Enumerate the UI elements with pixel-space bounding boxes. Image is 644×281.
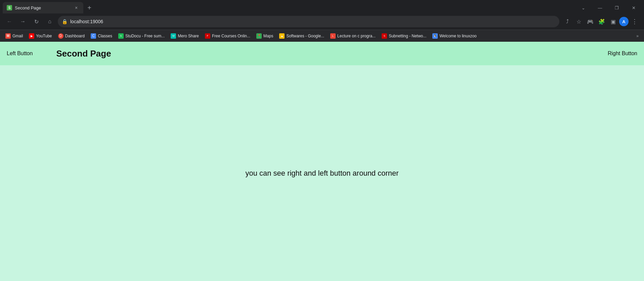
softwares-icon: ▲ [279,33,285,39]
bookmark-subnetting[interactable]: S Subnetting - Netwo... [379,32,429,40]
tab-search-button[interactable]: ⌄ [575,2,591,13]
bookmark-classes-label: Classes [98,34,112,38]
page-title: Second Page [56,48,111,59]
bookmark-meroshare-label: Mero Share [178,34,199,38]
extensions-button[interactable]: 🧩 [596,16,607,27]
studocu-icon: S [118,33,124,39]
address-actions: ⤴ ☆ 🎮 🧩 ▣ A ⋮ [562,16,640,27]
active-tab[interactable]: S Second Page × [3,2,83,13]
bookmark-lecture-label: Lecture on c progra... [337,34,376,38]
bookmark-linuxzoo-label: Welcome to linuxzoo [439,34,477,38]
bookmark-maps[interactable]: 📍 Maps [254,32,276,40]
maps-icon: 📍 [256,33,262,39]
dashboard-icon: D [58,33,63,39]
tab-favicon: S [7,5,12,10]
bookmark-dashboard[interactable]: D Dashboard [55,32,88,40]
left-button[interactable]: Left Button [7,50,33,57]
window-controls: ⌄ — ❐ ✕ [575,2,641,13]
gmail-icon: M [5,33,11,39]
bookmark-classes[interactable]: C Classes [88,32,115,40]
share-button[interactable]: ⤴ [562,16,573,27]
bookmark-freecourses-label: Free Courses Onlin... [212,34,250,38]
classes-icon: C [91,33,96,39]
sidebar-button[interactable]: ▣ [608,16,618,27]
freecourses-icon: F [205,33,210,39]
bookmark-meroshare[interactable]: M Mero Share [168,32,202,40]
main-area: you can see right and left button around… [0,65,644,281]
bookmark-freecourses[interactable]: F Free Courses Onlin... [202,32,253,40]
home-button[interactable]: ⌂ [44,16,55,27]
bookmarks-bar: M Gmail ▶ YouTube D Dashboard C Classes … [0,30,644,42]
url-text: localhost:19006 [70,19,555,24]
lecture-icon: L [330,33,336,39]
bookmark-softwares[interactable]: ▲ Softwares - Google... [276,32,327,40]
tab-close-button[interactable]: × [73,5,79,11]
tab-title: Second Page [15,5,71,10]
center-text: you can see right and left button around… [245,169,398,178]
url-lock-icon: 🔒 [62,19,68,24]
subnetting-icon: S [382,33,387,39]
bookmark-dashboard-label: Dashboard [65,34,85,38]
url-box[interactable]: 🔒 localhost:19006 [58,16,559,27]
close-window-button[interactable]: ✕ [626,2,641,13]
avatar-button[interactable]: A [619,17,629,26]
browser-chrome: S Second Page × + ⌄ — ❐ ✕ ← → ↻ ⌂ 🔒 loca… [0,0,644,42]
bookmark-studocu-label: StuDocu - Free sum... [125,34,165,38]
bookmark-linuxzoo[interactable]: 🐧 Welcome to linuxzoo [430,32,479,40]
more-options-button[interactable]: ⋮ [629,16,640,27]
bookmark-subnetting-label: Subnetting - Netwo... [389,34,426,38]
bookmark-softwares-label: Softwares - Google... [286,34,324,38]
bookmark-studocu[interactable]: S StuDocu - Free sum... [116,32,167,40]
bookmark-youtube[interactable]: ▶ YouTube [26,32,54,40]
new-tab-button[interactable]: + [85,3,94,12]
extension-icon[interactable]: 🎮 [585,16,596,27]
bookmarks-more-button[interactable]: » [634,32,641,40]
back-button[interactable]: ← [4,16,15,27]
meroshare-icon: M [171,33,176,39]
address-bar: ← → ↻ ⌂ 🔒 localhost:19006 ⤴ ☆ 🎮 🧩 ▣ A ⋮ [0,13,644,30]
minimize-button[interactable]: — [592,2,608,13]
bookmark-youtube-label: YouTube [36,34,52,38]
bookmark-gmail[interactable]: M Gmail [3,32,26,40]
bookmark-lecture[interactable]: L Lecture on c progra... [328,32,378,40]
bookmark-button[interactable]: ☆ [573,16,584,27]
reload-button[interactable]: ↻ [31,16,42,27]
tab-bar: S Second Page × + ⌄ — ❐ ✕ [0,0,644,13]
navbar: Left Button Second Page Right Button [0,42,644,65]
linuxzoo-icon: 🐧 [432,33,438,39]
bookmark-gmail-label: Gmail [12,34,23,38]
forward-button[interactable]: → [17,16,28,27]
maximize-button[interactable]: ❐ [609,2,625,13]
page-content: Left Button Second Page Right Button you… [0,42,644,281]
bookmark-maps-label: Maps [263,34,273,38]
right-button[interactable]: Right Button [608,50,637,57]
youtube-icon: ▶ [29,33,34,39]
